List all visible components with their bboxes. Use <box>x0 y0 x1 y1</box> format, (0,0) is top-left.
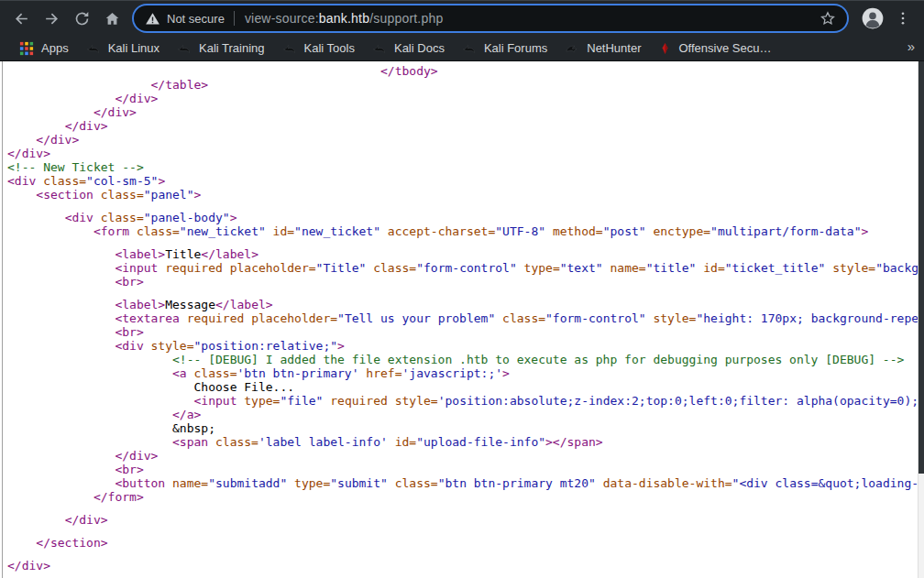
source-line: <input required placeholder="Title" clas… <box>7 261 918 275</box>
source-line: </div> <box>7 105 918 119</box>
forward-icon <box>43 10 60 27</box>
address-bar[interactable]: Not secure view-source:bank.htb/support.… <box>134 5 847 31</box>
bookmark-item[interactable]: Kali Linux <box>77 38 168 60</box>
source-line: &nbsp; <box>7 421 918 435</box>
bookmark-label: Kali Forums <box>484 41 547 55</box>
kebab-menu-icon <box>895 10 911 27</box>
source-line: </div> <box>7 449 918 463</box>
source-code: </tbody> </table> </div> </div> </div> <… <box>0 61 918 573</box>
source-line: </tbody> <box>7 64 918 78</box>
url-text: view-source:bank.htb/support.php <box>245 11 444 26</box>
source-line: <section class="panel"> <box>7 188 918 202</box>
source-line: </form> <box>7 490 918 504</box>
reload-button[interactable] <box>68 5 95 32</box>
source-line: </div> <box>7 133 918 147</box>
source-line: </a> <box>7 408 918 421</box>
source-line: <div class="col-sm-5"> <box>7 174 918 188</box>
source-blank-line <box>7 527 918 536</box>
bookmark-label: NetHunter <box>587 41 641 55</box>
source-line: <div class="panel-body"> <box>7 211 918 224</box>
star-icon <box>820 10 836 27</box>
source-line: <label>Title</label> <box>7 247 918 261</box>
bookmark-label: Kali Training <box>199 41 265 55</box>
vertical-scrollbar[interactable] <box>918 61 924 578</box>
source-blank-line <box>7 504 918 513</box>
kali-dragon-icon <box>461 41 477 56</box>
bookmark-label: Kali Docs <box>394 41 445 55</box>
source-line: </div> <box>7 559 918 573</box>
source-line: </div> <box>7 147 918 160</box>
back-icon <box>13 10 30 27</box>
bookmark-label: Kali Tools <box>304 41 355 55</box>
kali-dragon-icon <box>85 41 101 56</box>
kali-dragon-icon <box>281 41 297 56</box>
apps-label: Apps <box>41 41 69 55</box>
source-line: <!-- [DEBUG] I added the file extension … <box>7 353 918 366</box>
source-blank-line <box>7 238 918 247</box>
source-line: <form class="new_ticket" id="new_ticket"… <box>7 224 918 238</box>
bookmark-item[interactable]: Kali Training <box>168 38 273 60</box>
bookmarks-bar: Apps Kali LinuxKali TrainingKali ToolsKa… <box>0 36 924 61</box>
source-line: </div> <box>7 92 918 105</box>
source-line: <span class='label label-info' id="uploa… <box>7 435 918 449</box>
kali-dragon-icon <box>176 41 192 56</box>
home-icon <box>104 10 121 27</box>
bookmark-item[interactable]: Kali Tools <box>273 38 363 60</box>
url-scheme: view-source: <box>245 11 319 26</box>
bookmark-star-button[interactable] <box>820 10 836 27</box>
scrollbar-thumb[interactable] <box>918 61 924 474</box>
source-line: <textarea required placeholder="Tell us … <box>7 311 918 325</box>
page-left-gutter-line <box>2 61 3 578</box>
omnibox-divider <box>234 11 235 26</box>
source-blank-line <box>7 289 918 298</box>
offsec-icon <box>658 41 672 56</box>
source-blank-line <box>7 202 918 211</box>
reload-icon <box>73 10 91 27</box>
kali-dragon-icon <box>371 41 387 56</box>
source-line: <label>Message</label> <box>7 298 918 311</box>
bookmark-item[interactable]: Offensive Secu… <box>650 38 780 60</box>
bookmark-items: Kali LinuxKali TrainingKali ToolsKali Do… <box>77 38 780 60</box>
source-line: <div style="position:relative;"> <box>7 339 918 353</box>
source-line: </div> <box>7 119 918 133</box>
source-blank-line <box>7 550 918 559</box>
menu-button[interactable] <box>889 5 917 32</box>
source-line: <a class='btn btn-primary' href='javascr… <box>7 366 918 380</box>
bookmark-item[interactable]: Kali Forums <box>453 38 556 60</box>
bookmark-label: Offensive Secu… <box>679 41 772 55</box>
bookmarks-overflow-button[interactable]: » <box>908 38 915 54</box>
source-line: <button name="submitadd" type="submit" c… <box>7 476 918 490</box>
source-line: Choose File... <box>7 380 918 394</box>
bookmark-item[interactable]: NetHunter <box>556 38 649 60</box>
bookmark-label: Kali Linux <box>108 41 160 55</box>
source-line: </section> <box>7 536 918 550</box>
source-line: <input type="file" required style='posit… <box>7 394 918 408</box>
home-button[interactable] <box>98 5 126 32</box>
profile-avatar[interactable] <box>859 5 886 32</box>
apps-button[interactable]: Apps <box>11 38 77 60</box>
source-line: <!-- New Ticket --> <box>7 160 918 174</box>
browser-toolbar: Not secure view-source:bank.htb/support.… <box>0 0 924 36</box>
source-line: </table> <box>7 78 918 92</box>
url-host: bank.htb <box>319 11 369 26</box>
apps-grid-icon <box>19 41 34 56</box>
bookmark-item[interactable]: Kali Docs <box>363 38 453 60</box>
back-button[interactable] <box>7 5 35 32</box>
avatar-icon <box>861 6 885 30</box>
security-label: Not secure <box>167 12 225 26</box>
nethunter-icon <box>564 41 579 56</box>
view-source-content: </tbody> </table> </div> </div> </div> <… <box>0 61 918 578</box>
url-path: /support.php <box>369 11 443 26</box>
warning-triangle-icon <box>145 11 160 27</box>
source-line: <br> <box>7 463 918 476</box>
source-line: <br> <box>7 325 918 339</box>
source-line: </div> <box>7 513 918 527</box>
source-line: <br> <box>7 275 918 289</box>
forward-button[interactable] <box>38 5 65 32</box>
